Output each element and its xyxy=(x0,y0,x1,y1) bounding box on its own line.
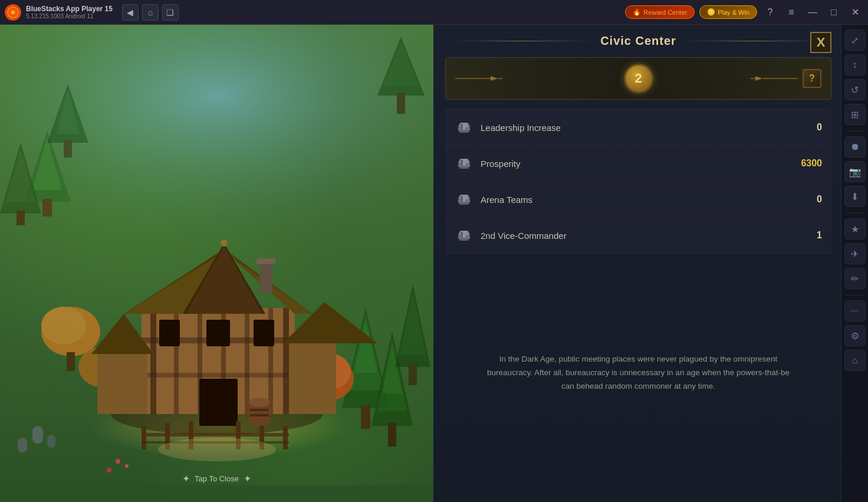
level-row: 2 ? xyxy=(445,57,831,100)
stat-name-leadership: Leadership Increase xyxy=(481,123,787,133)
menu-button[interactable]: ≡ xyxy=(783,4,800,21)
svg-rect-109 xyxy=(461,196,463,202)
stat-row-prosperity: Prosperity 6300 xyxy=(445,146,831,182)
stat-row-leadership: Leadership Increase 0 xyxy=(445,109,831,146)
arrows-icon: ↕ xyxy=(853,60,857,70)
titlebar-nav: ◀ ⌂ ❑ xyxy=(122,4,179,21)
settings-sidebar-button[interactable]: ⚙ xyxy=(844,325,866,346)
fly-icon: ✈ xyxy=(851,248,859,260)
reward-icon: 🔥 xyxy=(633,8,641,16)
reward-center-button[interactable]: 🔥 Reward Center xyxy=(625,5,695,19)
app-logo xyxy=(5,4,21,21)
record-icon: ⏺ xyxy=(850,142,860,152)
panel-close-button[interactable]: X xyxy=(810,32,831,53)
vice-commander-icon xyxy=(455,226,474,245)
description-area: In the Dark Age, public meeting places w… xyxy=(445,254,831,493)
stat-row-vice-commander: 2nd Vice-Commander 1 xyxy=(445,218,831,254)
back-button[interactable]: ◀ xyxy=(122,4,139,21)
stat-name-arena: Arena Teams xyxy=(481,195,787,205)
stat-value-arena: 0 xyxy=(787,194,822,205)
minimize-button[interactable]: — xyxy=(804,4,821,21)
stat-value-vice-commander: 1 xyxy=(787,230,822,241)
svg-rect-97 xyxy=(461,124,463,130)
tap-to-close[interactable]: ✦ Tap To Close ✦ xyxy=(182,473,251,484)
expand-icon: ⤢ xyxy=(851,35,859,46)
layers-icon: ⊞ xyxy=(851,109,859,120)
playnwin-icon: 🪙 xyxy=(707,8,715,16)
description-text: In the Dark Age, public meeting places w… xyxy=(485,353,792,393)
stats-container: Leadership Increase 0 xyxy=(445,109,831,254)
home-button[interactable]: ⌂ xyxy=(142,4,159,21)
stat-name-prosperity: Prosperity xyxy=(481,159,787,169)
multi-window-button[interactable]: ❑ xyxy=(162,4,179,21)
more-icon: ··· xyxy=(851,306,859,316)
level-badge: 2 xyxy=(624,64,653,93)
right-panel: Civic Center X 2 xyxy=(433,25,868,502)
home-sidebar-button[interactable]: ⌂ xyxy=(844,350,866,371)
rotate-sidebar-button[interactable]: ↺ xyxy=(844,79,866,100)
window-close-button[interactable]: ✕ xyxy=(847,4,863,21)
help-button[interactable]: ? xyxy=(762,4,778,21)
app-version: 5.13.215.1003 Android 11 xyxy=(26,13,113,19)
stat-value-leadership: 0 xyxy=(787,122,822,133)
prosperity-icon xyxy=(455,154,474,173)
sidebar-divider-2 xyxy=(846,213,864,214)
svg-rect-103 xyxy=(461,160,463,166)
download-sidebar-button[interactable]: ⬇ xyxy=(844,186,866,207)
download-icon: ⬇ xyxy=(851,191,859,202)
panel-content: Civic Center X 2 xyxy=(433,25,841,502)
play-win-button[interactable]: 🪙 Play & Win xyxy=(699,5,757,19)
svg-rect-111 xyxy=(459,202,469,205)
tap-icon-right: ✦ xyxy=(244,473,251,484)
expand-sidebar-button[interactable]: ⤢ xyxy=(844,29,866,51)
header-left-line xyxy=(452,41,593,41)
svg-rect-104 xyxy=(463,159,465,166)
titlebar: BlueStacks App Player 15 5.13.215.1003 A… xyxy=(0,0,868,25)
tap-icon: ✦ xyxy=(182,473,190,484)
svg-rect-116 xyxy=(463,231,465,238)
star-sidebar-button[interactable]: ★ xyxy=(844,218,866,239)
more-sidebar-button[interactable]: ··· xyxy=(844,300,866,321)
star-icon: ★ xyxy=(851,224,859,235)
panel-title: Civic Center xyxy=(600,34,676,48)
header-right-line xyxy=(683,41,824,41)
svg-rect-99 xyxy=(459,130,469,133)
camera-icon: 📷 xyxy=(849,166,861,178)
brush-sidebar-button[interactable]: ✏ xyxy=(844,268,866,289)
reward-center-label: Reward Center xyxy=(643,9,687,16)
level-right-area: ? xyxy=(653,69,822,88)
help-button[interactable]: ? xyxy=(803,69,821,88)
settings-icon: ⚙ xyxy=(851,330,859,342)
maximize-button[interactable]: □ xyxy=(826,4,842,21)
svg-rect-98 xyxy=(463,123,465,130)
play-win-label: Play & Win xyxy=(718,9,749,16)
civic-center-header: Civic Center X xyxy=(445,34,831,48)
main-content: ✦ Tap To Close ✦ Civic Center X xyxy=(0,25,868,502)
scroll-sidebar-button[interactable]: ↕ xyxy=(844,54,866,76)
stat-name-vice-commander: 2nd Vice-Commander xyxy=(481,231,787,241)
layers-sidebar-button[interactable]: ⊞ xyxy=(844,104,866,125)
record-sidebar-button[interactable]: ⏺ xyxy=(844,136,866,158)
svg-rect-110 xyxy=(463,195,465,202)
camera-sidebar-button[interactable]: 📷 xyxy=(844,161,866,182)
level-left-arrows xyxy=(455,74,624,83)
svg-rect-105 xyxy=(459,166,469,169)
stat-row-arena: Arena Teams 0 xyxy=(445,182,831,218)
sidebar-divider-1 xyxy=(846,131,864,132)
tap-label: Tap To Close xyxy=(195,474,239,483)
svg-rect-115 xyxy=(461,232,463,238)
fly-sidebar-button[interactable]: ✈ xyxy=(844,243,866,264)
side-toolbar: ⤢ ↕ ↺ ⊞ ⏺ 📷 ⬇ ★ xyxy=(841,25,868,502)
rotate-icon: ↺ xyxy=(851,84,859,96)
stat-value-prosperity: 6300 xyxy=(787,158,822,169)
game-background xyxy=(0,25,433,502)
svg-rect-117 xyxy=(459,238,469,241)
app-name: BlueStacks App Player 15 xyxy=(26,5,113,13)
home-icon: ⌂ xyxy=(852,355,858,366)
arena-icon xyxy=(455,190,474,209)
svg-point-1 xyxy=(11,11,15,14)
svg-marker-89 xyxy=(491,76,498,81)
leadership-icon xyxy=(455,118,474,137)
game-area[interactable]: ✦ Tap To Close ✦ xyxy=(0,25,433,502)
app-info: BlueStacks App Player 15 5.13.215.1003 A… xyxy=(26,5,113,19)
